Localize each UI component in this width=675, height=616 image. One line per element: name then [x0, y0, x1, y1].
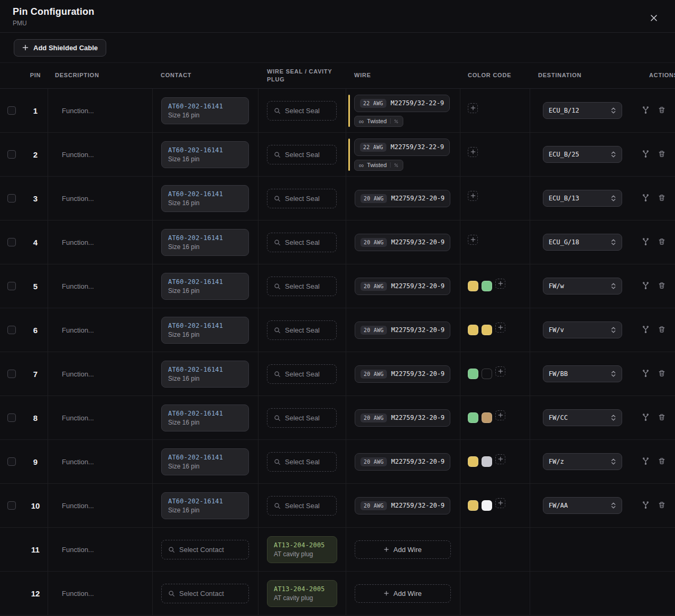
wire-chip[interactable]: 20 AWGM22759/32-20-9 [355, 409, 450, 427]
color-swatch-black[interactable] [482, 369, 492, 379]
delete-row-button[interactable] [656, 411, 668, 425]
add-wire-button[interactable]: Add Wire [355, 584, 451, 603]
color-swatch-tan[interactable] [482, 412, 492, 423]
twisted-badge[interactable]: ∞Twisted [354, 160, 403, 171]
destination-select[interactable]: FW/w [543, 278, 622, 295]
contact-chip[interactable]: AT60-202-16141Size 16 pin [161, 273, 249, 300]
splice-wire-button[interactable] [640, 411, 652, 425]
add-shielded-cable-button[interactable]: Add Shielded Cable [14, 39, 106, 57]
contact-chip[interactable]: AT60-202-16141Size 16 pin [161, 317, 249, 344]
wire-chip[interactable]: 20 AWGM22759/32-20-9 [355, 278, 450, 295]
contact-chip[interactable]: AT60-202-16141Size 16 pin [161, 185, 249, 212]
select-seal-button[interactable]: Select Seal [267, 277, 337, 296]
row-checkbox[interactable] [7, 413, 16, 422]
color-swatch-yellow[interactable] [468, 456, 478, 467]
color-swatch-yellow[interactable] [468, 500, 478, 511]
select-seal-button[interactable]: Select Seal [267, 408, 337, 428]
delete-row-button[interactable] [656, 148, 668, 161]
wire-chip[interactable]: 20 AWGM22759/32-20-9 [355, 321, 450, 339]
destination-select[interactable]: FW/BB [543, 365, 622, 382]
contact-chip[interactable]: AT60-202-16141Size 16 pin [161, 141, 249, 168]
add-color-button[interactable] [495, 279, 505, 289]
close-button[interactable] [645, 10, 662, 28]
add-color-button[interactable] [495, 323, 505, 333]
add-wire-button[interactable]: Add Wire [355, 540, 451, 559]
description-input[interactable]: Function... [62, 238, 94, 246]
add-color-button[interactable] [468, 191, 478, 201]
contact-chip[interactable]: AT60-202-16141Size 16 pin [161, 361, 249, 388]
select-seal-button[interactable]: Select Seal [267, 320, 337, 340]
row-checkbox[interactable] [7, 150, 16, 159]
wire-chip[interactable]: 22 AWGM22759/32-22-9 [354, 95, 450, 112]
row-checkbox[interactable] [7, 282, 16, 290]
select-contact-button[interactable]: Select Contact [161, 540, 249, 559]
select-seal-button[interactable]: Select Seal [267, 233, 337, 252]
row-checkbox[interactable] [7, 238, 16, 246]
destination-select[interactable]: ECU_B/12 [543, 102, 622, 119]
select-seal-button[interactable]: Select Seal [267, 364, 337, 384]
delete-row-button[interactable] [656, 324, 668, 337]
select-seal-button[interactable]: Select Seal [267, 496, 337, 516]
delete-row-button[interactable] [656, 455, 668, 468]
add-color-button[interactable] [495, 410, 505, 420]
contact-chip[interactable]: AT60-202-16141Size 16 pin [161, 404, 249, 431]
splice-wire-button[interactable] [640, 148, 652, 161]
wire-chip[interactable]: 22 AWGM22759/32-22-9 [354, 139, 450, 156]
description-input[interactable]: Function... [62, 151, 94, 159]
select-seal-button[interactable]: Select Seal [267, 145, 337, 164]
wire-chip[interactable]: 20 AWGM22759/32-20-9 [355, 497, 450, 514]
description-input[interactable]: Function... [62, 414, 94, 422]
row-checkbox[interactable] [7, 457, 16, 466]
row-checkbox[interactable] [7, 370, 16, 378]
destination-select[interactable]: FW/z [543, 453, 622, 470]
splice-wire-button[interactable] [640, 235, 652, 249]
contact-chip[interactable]: AT60-202-16141Size 16 pin [161, 229, 249, 256]
destination-select[interactable]: FW/AA [543, 497, 622, 514]
delete-row-button[interactable] [656, 499, 668, 512]
color-swatch-silver[interactable] [482, 456, 492, 467]
row-checkbox[interactable] [7, 106, 16, 115]
color-swatch-green[interactable] [482, 281, 492, 291]
destination-select[interactable]: ECU_G/18 [543, 234, 622, 251]
description-input[interactable]: Function... [62, 370, 94, 378]
color-swatch-yellow[interactable] [468, 281, 478, 291]
contact-chip[interactable]: AT60-202-16141Size 16 pin [161, 448, 249, 475]
destination-select[interactable]: ECU_B/25 [543, 146, 622, 163]
row-checkbox[interactable] [7, 194, 16, 203]
color-swatch-green[interactable] [468, 369, 478, 379]
contact-chip[interactable]: AT60-202-16141Size 16 pin [161, 492, 249, 519]
select-seal-button[interactable]: Select Seal [267, 101, 337, 121]
twisted-badge[interactable]: ∞Twisted [354, 116, 403, 127]
description-input[interactable]: Function... [62, 282, 94, 290]
delete-row-button[interactable] [656, 104, 668, 117]
row-checkbox[interactable] [7, 501, 16, 510]
description-input[interactable]: Function... [62, 590, 94, 597]
splice-wire-button[interactable] [640, 367, 652, 381]
cavity-plug-chip[interactable]: AT13-204-2005AT cavity plug [267, 580, 337, 607]
color-swatch-yellow[interactable] [482, 325, 492, 335]
description-input[interactable]: Function... [62, 458, 94, 466]
splice-wire-button[interactable] [640, 104, 652, 117]
description-input[interactable]: Function... [62, 502, 94, 510]
delete-row-button[interactable] [656, 192, 668, 205]
cavity-plug-chip[interactable]: AT13-204-2005AT cavity plug [267, 536, 337, 563]
delete-row-button[interactable] [656, 236, 668, 249]
color-swatch-white[interactable] [482, 500, 492, 511]
destination-select[interactable]: FW/CC [543, 409, 622, 426]
delete-row-button[interactable] [656, 280, 668, 293]
select-contact-button[interactable]: Select Contact [161, 584, 249, 603]
splice-wire-button[interactable] [640, 499, 652, 512]
splice-wire-button[interactable] [640, 455, 652, 468]
destination-select[interactable]: FW/v [543, 321, 622, 338]
add-color-button[interactable] [495, 498, 505, 508]
wire-chip[interactable]: 20 AWGM22759/32-20-9 [355, 365, 450, 383]
destination-select[interactable]: ECU_B/13 [543, 190, 622, 207]
wire-chip[interactable]: 20 AWGM22759/32-20-9 [355, 234, 450, 251]
contact-chip[interactable]: AT60-202-16141Size 16 pin [161, 97, 249, 124]
add-color-button[interactable] [468, 235, 478, 245]
add-color-button[interactable] [468, 103, 478, 113]
color-swatch-green[interactable] [468, 412, 478, 423]
add-color-button[interactable] [495, 454, 505, 464]
description-input[interactable]: Function... [62, 326, 94, 334]
select-seal-button[interactable]: Select Seal [267, 189, 337, 208]
